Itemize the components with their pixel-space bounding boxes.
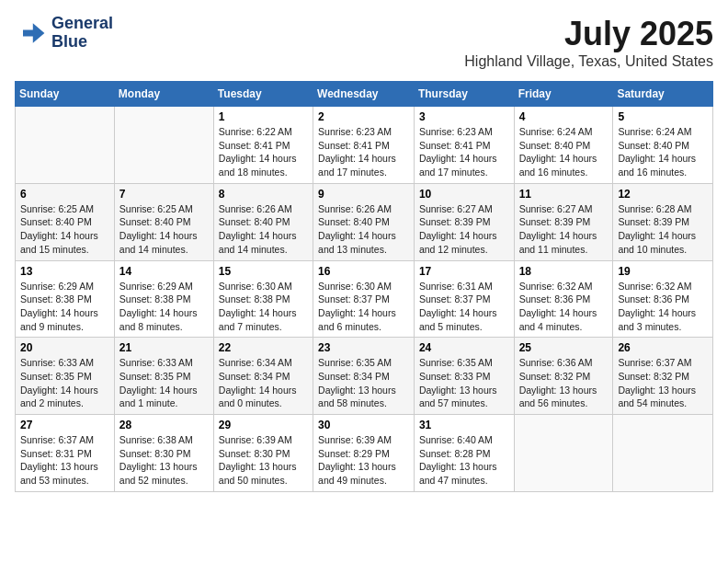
sunrise-text: Sunrise: 6:29 AM: [119, 281, 193, 292]
day-info: Sunrise: 6:35 AM Sunset: 8:34 PM Dayligh…: [318, 356, 409, 410]
calendar-cell: 15 Sunrise: 6:30 AM Sunset: 8:38 PM Dayl…: [213, 260, 313, 338]
calendar-cell: 13 Sunrise: 6:29 AM Sunset: 8:38 PM Dayl…: [16, 260, 115, 338]
sunset-text: Sunset: 8:38 PM: [219, 293, 290, 304]
logo-text: General Blue: [51, 15, 113, 52]
calendar-cell: 6 Sunrise: 6:25 AM Sunset: 8:40 PM Dayli…: [16, 183, 115, 260]
day-number: 21: [119, 341, 209, 354]
sunrise-text: Sunrise: 6:33 AM: [20, 357, 94, 368]
day-info: Sunrise: 6:25 AM Sunset: 8:40 PM Dayligh…: [20, 202, 109, 257]
sunrise-text: Sunrise: 6:36 AM: [519, 357, 593, 368]
sunset-text: Sunset: 8:37 PM: [318, 293, 390, 304]
day-number: 4: [519, 110, 609, 123]
sunrise-text: Sunrise: 6:39 AM: [318, 434, 392, 445]
sunset-text: Sunset: 8:38 PM: [20, 293, 92, 304]
day-number: 29: [219, 419, 308, 431]
day-info: Sunrise: 6:40 AM Sunset: 8:28 PM Dayligh…: [419, 433, 509, 488]
calendar-cell: [514, 415, 613, 492]
day-info: Sunrise: 6:23 AM Sunset: 8:41 PM Dayligh…: [318, 125, 409, 179]
day-number: 9: [318, 188, 409, 201]
day-info: Sunrise: 6:26 AM Sunset: 8:40 PM Dayligh…: [318, 202, 409, 257]
sunset-text: Sunset: 8:29 PM: [318, 448, 390, 459]
sunset-text: Sunset: 8:41 PM: [219, 140, 290, 151]
sunset-text: Sunset: 8:39 PM: [519, 216, 591, 227]
day-number: 23: [318, 341, 409, 354]
daylight-text: Daylight: 14 hours and 5 minutes.: [419, 307, 497, 332]
day-info: Sunrise: 6:36 AM Sunset: 8:32 PM Dayligh…: [519, 356, 609, 410]
day-info: Sunrise: 6:26 AM Sunset: 8:40 PM Dayligh…: [219, 202, 308, 257]
column-header-monday: Monday: [114, 82, 213, 107]
daylight-text: Daylight: 14 hours and 3 minutes.: [618, 307, 696, 332]
sunset-text: Sunset: 8:40 PM: [219, 216, 290, 227]
sunset-text: Sunset: 8:41 PM: [318, 140, 390, 151]
day-info: Sunrise: 6:25 AM Sunset: 8:40 PM Dayligh…: [119, 202, 209, 257]
sunrise-text: Sunrise: 6:33 AM: [119, 357, 193, 368]
calendar-week-4: 20 Sunrise: 6:33 AM Sunset: 8:35 PM Dayl…: [16, 338, 713, 415]
day-number: 27: [20, 419, 109, 431]
calendar-cell: 23 Sunrise: 6:35 AM Sunset: 8:34 PM Dayl…: [313, 338, 415, 415]
svg-marker-0: [23, 23, 44, 43]
daylight-text: Daylight: 13 hours and 58 minutes.: [318, 385, 396, 409]
day-number: 18: [519, 265, 609, 278]
sunrise-text: Sunrise: 6:37 AM: [20, 434, 94, 445]
daylight-text: Daylight: 14 hours and 8 minutes.: [119, 307, 198, 332]
daylight-text: Daylight: 14 hours and 11 minutes.: [519, 230, 597, 255]
day-info: Sunrise: 6:28 AM Sunset: 8:39 PM Dayligh…: [618, 202, 708, 257]
daylight-text: Daylight: 14 hours and 16 minutes.: [519, 153, 597, 178]
daylight-text: Daylight: 14 hours and 17 minutes.: [318, 153, 396, 178]
sunset-text: Sunset: 8:39 PM: [419, 216, 491, 227]
sunset-text: Sunset: 8:30 PM: [219, 448, 290, 459]
sunrise-text: Sunrise: 6:30 AM: [318, 281, 392, 292]
daylight-text: Daylight: 14 hours and 16 minutes.: [618, 153, 696, 178]
day-number: 20: [20, 341, 109, 354]
sunset-text: Sunset: 8:33 PM: [419, 371, 491, 382]
day-number: 10: [419, 188, 509, 201]
sunrise-text: Sunrise: 6:24 AM: [618, 126, 691, 137]
sunrise-text: Sunrise: 6:31 AM: [419, 281, 493, 292]
day-info: Sunrise: 6:29 AM Sunset: 8:38 PM Dayligh…: [119, 280, 209, 334]
day-number: 25: [519, 341, 609, 354]
sunrise-text: Sunrise: 6:27 AM: [419, 203, 493, 214]
sunrise-text: Sunrise: 6:39 AM: [219, 434, 292, 445]
daylight-text: Daylight: 14 hours and 9 minutes.: [20, 307, 98, 332]
daylight-text: Daylight: 14 hours and 15 minutes.: [20, 230, 98, 255]
calendar-cell: 3 Sunrise: 6:23 AM Sunset: 8:41 PM Dayli…: [414, 107, 514, 184]
day-number: 7: [119, 188, 209, 201]
calendar-cell: 20 Sunrise: 6:33 AM Sunset: 8:35 PM Dayl…: [16, 338, 115, 415]
daylight-text: Daylight: 13 hours and 54 minutes.: [618, 385, 696, 409]
sunrise-text: Sunrise: 6:26 AM: [318, 203, 392, 214]
sunset-text: Sunset: 8:30 PM: [119, 448, 191, 459]
calendar-cell: 2 Sunrise: 6:23 AM Sunset: 8:41 PM Dayli…: [313, 107, 415, 184]
logo-icon: [15, 17, 48, 50]
calendar-week-3: 13 Sunrise: 6:29 AM Sunset: 8:38 PM Dayl…: [16, 260, 713, 338]
calendar-cell: 4 Sunrise: 6:24 AM Sunset: 8:40 PM Dayli…: [514, 107, 613, 184]
sunrise-text: Sunrise: 6:27 AM: [519, 203, 593, 214]
calendar-cell: 30 Sunrise: 6:39 AM Sunset: 8:29 PM Dayl…: [313, 415, 415, 492]
day-number: 30: [318, 419, 409, 431]
day-info: Sunrise: 6:24 AM Sunset: 8:40 PM Dayligh…: [519, 125, 609, 179]
day-number: 16: [318, 265, 409, 278]
daylight-text: Daylight: 13 hours and 57 minutes.: [419, 385, 497, 409]
day-number: 11: [519, 188, 609, 201]
day-number: 28: [119, 419, 209, 431]
day-info: Sunrise: 6:33 AM Sunset: 8:35 PM Dayligh…: [20, 356, 109, 410]
calendar-cell: [613, 415, 713, 492]
sunrise-text: Sunrise: 6:22 AM: [219, 126, 292, 137]
calendar-cell: 10 Sunrise: 6:27 AM Sunset: 8:39 PM Dayl…: [414, 183, 514, 260]
day-number: 19: [618, 265, 708, 278]
sunset-text: Sunset: 8:38 PM: [119, 293, 191, 304]
day-number: 14: [119, 265, 209, 278]
day-info: Sunrise: 6:22 AM Sunset: 8:41 PM Dayligh…: [219, 125, 308, 179]
day-info: Sunrise: 6:37 AM Sunset: 8:32 PM Dayligh…: [618, 356, 708, 410]
calendar-cell: 18 Sunrise: 6:32 AM Sunset: 8:36 PM Dayl…: [514, 260, 613, 338]
daylight-text: Daylight: 13 hours and 52 minutes.: [119, 461, 198, 486]
calendar-cell: [114, 107, 213, 184]
sunset-text: Sunset: 8:35 PM: [119, 371, 191, 382]
daylight-text: Daylight: 14 hours and 7 minutes.: [219, 307, 297, 332]
location-title: Highland Village, Texas, United States: [464, 53, 713, 70]
column-header-sunday: Sunday: [16, 82, 115, 107]
day-info: Sunrise: 6:33 AM Sunset: 8:35 PM Dayligh…: [119, 356, 209, 410]
sunrise-text: Sunrise: 6:26 AM: [219, 203, 292, 214]
month-title: July 2025: [464, 15, 713, 53]
day-info: Sunrise: 6:23 AM Sunset: 8:41 PM Dayligh…: [419, 125, 509, 179]
calendar-week-1: 1 Sunrise: 6:22 AM Sunset: 8:41 PM Dayli…: [16, 107, 713, 184]
